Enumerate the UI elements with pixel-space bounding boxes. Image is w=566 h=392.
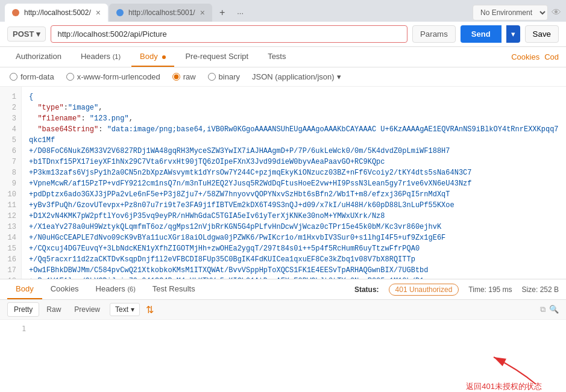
nav-right: Cookies Cod xyxy=(511,52,559,61)
json-type-select[interactable]: JSON (application/json) ▾ xyxy=(252,72,341,81)
format-raw[interactable]: Raw xyxy=(40,303,67,316)
tab-body[interactable]: Body xyxy=(131,47,174,67)
text-arrow-icon: ▾ xyxy=(131,305,134,314)
tab-authorization[interactable]: Authorization xyxy=(7,47,70,67)
send-button[interactable]: Send xyxy=(461,25,502,43)
tab-close-2[interactable]: × xyxy=(200,8,205,17)
binary-radio[interactable]: binary xyxy=(208,72,240,81)
response-body: 1 xyxy=(0,320,566,356)
tab-favicon-1 xyxy=(12,9,19,16)
tab-headers[interactable]: Headers (1) xyxy=(72,47,129,67)
code-editor[interactable]: 12345 678910 1112131415 1617181920 21222… xyxy=(0,87,566,279)
format-pretty[interactable]: Pretty xyxy=(7,302,39,317)
response-tab-body[interactable]: Body xyxy=(7,279,42,299)
response-tab-headers[interactable]: Headers (6) xyxy=(87,279,144,299)
response-tabs: Body Cookies Headers (6) Test Results St… xyxy=(0,279,566,300)
url-input[interactable] xyxy=(51,25,407,43)
status-bar: Status: 401 Unauthorized Time: 195 ms Si… xyxy=(354,284,559,296)
request-nav-tabs: Authorization Headers (1) Body Pre-reque… xyxy=(0,47,566,67)
method-select[interactable]: POST ▾ xyxy=(7,26,46,42)
response-tab-cookies[interactable]: Cookies xyxy=(42,279,87,299)
size-label: Size: 252 B xyxy=(522,285,559,294)
params-button[interactable]: Params xyxy=(412,25,456,43)
status-label: Status: xyxy=(354,285,379,294)
arrow-annotation: 返回401未授权的状态 xyxy=(466,351,542,392)
new-tab-button[interactable]: + xyxy=(213,5,231,20)
send-dropdown-button[interactable]: ▾ xyxy=(506,25,520,43)
format-row: Pretty Raw Preview Text ▾ ⇅ ⧉ 🔍 xyxy=(0,300,566,320)
line-numbers: 12345 678910 1112131415 1617181920 21222… xyxy=(0,87,22,279)
annotation-text: 返回401未授权的状态 xyxy=(466,381,542,392)
tab-url-1: http://localhost:5002/ xyxy=(24,8,91,17)
code-link[interactable]: Cod xyxy=(544,52,559,61)
address-bar: POST ▾ Params Send ▾ Save xyxy=(0,22,566,47)
tab-close-1[interactable]: × xyxy=(96,8,101,17)
eye-icon[interactable]: 👁 xyxy=(552,7,561,18)
urlencoded-radio[interactable]: x-www-form-urlencoded xyxy=(66,72,160,81)
raw-radio[interactable]: raw xyxy=(172,72,196,81)
tab-tests[interactable]: Tests xyxy=(259,47,294,67)
sort-icon[interactable]: ⇅ xyxy=(146,304,154,316)
main-layout: POST ▾ Params Send ▾ Save Authorization … xyxy=(0,22,566,392)
text-type-select[interactable]: Text ▾ xyxy=(110,303,140,316)
time-label: Time: 195 ms xyxy=(468,285,512,294)
response-section: Body Cookies Headers (6) Test Results St… xyxy=(0,279,566,392)
form-data-radio[interactable]: form-data xyxy=(10,72,54,81)
tab-menu-button[interactable]: ··· xyxy=(232,6,248,20)
browser-tabs: http://localhost:5002/ × http://localhos… xyxy=(0,0,566,22)
json-arrow-icon: ▾ xyxy=(337,72,341,81)
body-type-row: form-data x-www-form-urlencoded raw bina… xyxy=(0,67,566,87)
save-button[interactable]: Save xyxy=(525,25,559,43)
copy-icons: ⧉ 🔍 xyxy=(540,305,559,314)
response-tab-test-results[interactable]: Test Results xyxy=(144,279,204,299)
tab-2[interactable]: http://localhost:5001/ × xyxy=(109,4,212,22)
no-environment: No Environment 👁 xyxy=(473,5,561,20)
code-content[interactable]: { "type":"image", "filename": "123.png",… xyxy=(22,87,566,279)
tab-favicon-2 xyxy=(116,9,124,16)
method-arrow-icon: ▾ xyxy=(36,30,40,39)
status-value: 401 Unauthorized xyxy=(389,284,459,296)
cookies-link[interactable]: Cookies xyxy=(511,52,539,61)
search-icon[interactable]: 🔍 xyxy=(549,305,559,314)
response-body-container: 1 返回401未授权的状态 xyxy=(0,320,566,392)
body-dot xyxy=(162,55,166,59)
tab-url-2: http://localhost:5001/ xyxy=(128,8,195,17)
copy-icon[interactable]: ⧉ xyxy=(540,305,546,314)
format-preview[interactable]: Preview xyxy=(68,303,106,316)
environment-select[interactable]: No Environment xyxy=(473,5,548,20)
method-label: POST xyxy=(13,30,34,39)
tab-prerequest[interactable]: Pre-request Script xyxy=(177,47,257,67)
tab-1[interactable]: http://localhost:5002/ × xyxy=(5,4,108,22)
